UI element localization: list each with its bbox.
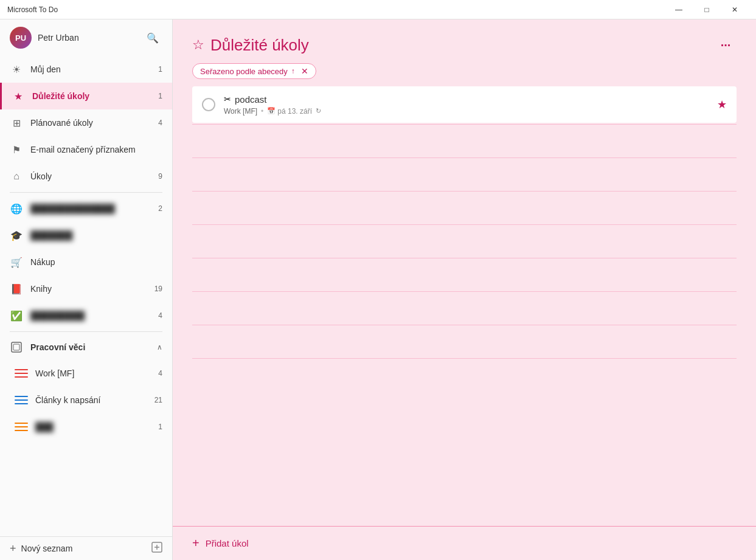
group-header-pracovni-veci[interactable]: Pracovní věci ∧ xyxy=(0,334,172,360)
sidebar-header: PU Petr Urban 🔍 xyxy=(0,19,172,56)
child-label-clanky: Články k napsání xyxy=(35,395,154,405)
chevron-up-icon: ∧ xyxy=(157,343,162,351)
task-separator-1 xyxy=(192,124,737,125)
sort-chip[interactable]: Seřazeno podle abecedy ↑ ✕ xyxy=(192,63,316,79)
task-separator-6 xyxy=(192,291,737,292)
main-footer: + Přidat úkol xyxy=(173,526,756,560)
task-separator-2 xyxy=(192,157,737,158)
nav-label-nakup: Nákup xyxy=(30,257,150,267)
sidebar-item-muj-den[interactable]: ☀ Můj den 1 xyxy=(0,56,172,83)
sidebar-item-blurred4[interactable]: ███ 1 xyxy=(10,413,172,440)
main-header: ☆ Důležité úkoly ··· xyxy=(173,19,756,63)
empty-row-6 xyxy=(192,293,737,323)
sidebar-item-blurred1[interactable]: 🌐 ██████████████ 2 xyxy=(0,195,172,222)
nav-label-ukoly: Úkoly xyxy=(30,171,150,181)
nav-count-planovane-ukoly: 4 xyxy=(150,119,162,127)
task-separator-3 xyxy=(192,191,737,192)
task-step-icon: ✂ xyxy=(224,94,231,104)
task-star-button[interactable]: ★ xyxy=(717,98,727,111)
nav-divider-1 xyxy=(10,192,162,193)
task-title-podcast: podcast xyxy=(235,94,267,105)
sidebar: PU Petr Urban 🔍 ☀ Můj den 1 ★ Důležité ú… xyxy=(0,19,173,560)
task-meta-podcast: Work [MF] • 📅 pá 13. září ↻ xyxy=(224,107,712,116)
nav-label-knihy: Knihy xyxy=(30,284,150,294)
nav-divider-2 xyxy=(10,331,162,332)
graduation-icon: 🎓 xyxy=(10,229,23,242)
list-icon-orange xyxy=(15,423,28,431)
group-label-pracovni-veci: Pracovní věci xyxy=(30,342,157,352)
sidebar-item-email[interactable]: ⚑ E-mail označený příznakem xyxy=(0,136,172,163)
app-container: PU Petr Urban 🔍 ☀ Můj den 1 ★ Důležité ú… xyxy=(0,19,756,560)
empty-row-3 xyxy=(192,193,737,223)
nav-count-blurred3: 4 xyxy=(150,311,162,320)
add-task-button[interactable]: + Přidat úkol xyxy=(192,536,737,550)
task-item-podcast[interactable]: ✂ podcast Work [MF] • 📅 pá 13. září ↻ ★ xyxy=(192,86,737,123)
child-label-work-mf: Work [MF] xyxy=(35,368,158,378)
group-icon-pracovni-veci xyxy=(10,340,23,354)
nav-label-blurred3: █████████ xyxy=(30,311,150,320)
window-controls: — □ ✕ xyxy=(665,0,749,19)
page-title: Důležité úkoly xyxy=(210,36,715,55)
flag-icon: ⚑ xyxy=(10,143,23,156)
nav-count-blurred1: 2 xyxy=(150,204,162,213)
home-icon: ⌂ xyxy=(10,170,23,183)
sidebar-nav: ☀ Můj den 1 ★ Důležité úkoly 1 ⊞ Plánova… xyxy=(0,56,172,536)
nav-label-planovane-ukoly: Plánované úkoly xyxy=(30,118,150,128)
calendar-icon: 📅 xyxy=(267,107,276,115)
sort-close-button[interactable]: ✕ xyxy=(301,66,308,76)
sidebar-item-blurred2[interactable]: 🎓 ███████ xyxy=(0,222,172,249)
nav-count-knihy: 19 xyxy=(150,285,162,293)
titlebar: Microsoft To Do — □ ✕ xyxy=(0,0,756,19)
sidebar-item-clanky[interactable]: Články k napsání 21 xyxy=(10,387,172,413)
group-children-pracovni-veci: Work [MF] 4 Články k napsání 21 xyxy=(0,360,172,440)
list-icon-blue xyxy=(15,396,28,404)
sidebar-item-ukoly[interactable]: ⌂ Úkoly 9 xyxy=(0,163,172,190)
sidebar-item-knihy[interactable]: 📕 Knihy 19 xyxy=(0,275,172,302)
empty-row-5 xyxy=(192,260,737,290)
user-name: Petr Urban xyxy=(38,33,137,43)
check-box-icon: ✅ xyxy=(10,309,23,322)
sidebar-item-blurred3[interactable]: ✅ █████████ 4 xyxy=(0,302,172,329)
sidebar-item-work-mf[interactable]: Work [MF] 4 xyxy=(10,360,172,387)
main-content: ☆ Důležité úkoly ··· Seřazeno podle abec… xyxy=(173,19,756,560)
search-button[interactable]: 🔍 xyxy=(143,28,162,47)
plus-icon: + xyxy=(10,542,16,555)
globe-icon: 🌐 xyxy=(10,202,23,215)
add-task-label: Přidat úkol xyxy=(206,538,249,548)
task-separator-4 xyxy=(192,224,737,225)
task-separator-5 xyxy=(192,258,737,258)
app-title: Microsoft To Do xyxy=(7,5,665,14)
minimize-button[interactable]: — xyxy=(665,0,693,19)
child-count-blurred4: 1 xyxy=(158,423,162,431)
sun-icon: ☀ xyxy=(10,63,23,76)
sidebar-item-planovane-ukoly[interactable]: ⊞ Plánované úkoly 4 xyxy=(0,109,172,136)
task-body-podcast: ✂ podcast Work [MF] • 📅 pá 13. září ↻ xyxy=(224,94,712,116)
empty-row-2 xyxy=(192,159,737,190)
repeat-icon: ↻ xyxy=(316,107,321,115)
child-label-blurred4: ███ xyxy=(35,422,158,432)
avatar[interactable]: PU xyxy=(10,27,32,49)
close-button[interactable]: ✕ xyxy=(721,0,749,19)
tasks-list: ✂ podcast Work [MF] • 📅 pá 13. září ↻ ★ xyxy=(173,86,756,526)
maximize-button[interactable]: □ xyxy=(693,0,721,19)
empty-row-4 xyxy=(192,226,737,257)
main-title-star-icon: ☆ xyxy=(192,37,204,53)
child-count-clanky: 21 xyxy=(154,396,162,404)
sidebar-item-dulezite-ukoly[interactable]: ★ Důležité úkoly 1 xyxy=(0,83,172,109)
book-icon: 📕 xyxy=(10,282,23,296)
nav-label-blurred2: ███████ xyxy=(30,230,150,240)
new-list-button[interactable]: + Nový seznam xyxy=(0,536,172,560)
more-options-button[interactable]: ··· xyxy=(715,34,737,56)
svg-rect-1 xyxy=(13,344,19,350)
task-due: 📅 pá 13. září xyxy=(267,107,312,116)
empty-row-7 xyxy=(192,327,737,357)
add-list-icon xyxy=(151,542,162,555)
nav-count-ukoly: 9 xyxy=(150,172,162,181)
sidebar-item-nakup[interactable]: 🛒 Nákup xyxy=(0,249,172,275)
task-due-date: pá 13. září xyxy=(277,107,312,116)
task-checkbox-podcast[interactable] xyxy=(202,98,215,111)
nav-label-muj-den: Můj den xyxy=(30,64,150,74)
empty-row-1 xyxy=(192,126,737,156)
task-list-name: Work [MF] xyxy=(224,107,257,116)
nav-label-email: E-mail označený příznakem xyxy=(30,145,150,154)
